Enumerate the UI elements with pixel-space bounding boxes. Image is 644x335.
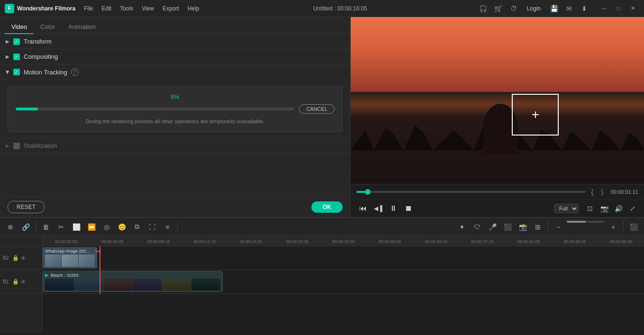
zoom-in-icon[interactable]: + [607,221,620,233]
ruler-mark-3: 00:00:12:15 [181,239,228,245]
menu-help[interactable]: Help [184,3,203,14]
crop-tool-icon[interactable]: ⬜ [70,221,83,233]
track-1-row: ▶ Beach - 31593 [43,270,644,294]
fullscreen-icon[interactable]: ⤢ [627,203,638,214]
frame-back-button[interactable]: ◀▐ [372,202,385,215]
motion-tracking-help-icon[interactable]: ? [71,68,79,76]
maximize-button[interactable]: □ [612,3,625,14]
zoom-out-icon[interactable]: − [552,221,565,233]
zoom-slider-fill [567,221,586,223]
menu-edit[interactable]: Edit [98,3,115,14]
motion-tracking-checkbox[interactable]: ✓ [13,69,20,75]
bracket-left-icon[interactable]: { [590,187,596,197]
skip-back-button[interactable]: ⏮ [356,202,370,215]
frame-3 [79,254,95,267]
progress-container: 8% CANCEL During the rendering process a… [8,86,343,132]
bottom-buttons: RESET OK [0,197,350,217]
transform-section-header[interactable]: ▶ ✓ Transform [0,34,350,49]
tracking-box[interactable]: + [512,94,559,136]
playback-slider-thumb[interactable] [365,189,371,195]
preview-slider-row: { } 00:00:01:11 [351,184,644,199]
headphones-icon[interactable]: 🎧 [478,3,489,14]
timeline-track-labels: B2 🔒 👁 B1 🔒 👁 [0,236,43,333]
filter-tool-icon[interactable]: ⧉ [130,221,144,233]
delete-tool-icon[interactable]: 🗑 [39,221,53,233]
volume-icon[interactable]: 🔊 [613,203,624,214]
track-1-lock-icon[interactable]: 🔒 [12,279,19,285]
tab-color[interactable]: Color [34,20,62,34]
menu-tools[interactable]: Tools [116,3,137,14]
video-frame-4 [133,279,162,290]
pause-button[interactable]: ⏸ [387,202,400,215]
ruler-spacer [0,236,42,246]
add-track-icon[interactable]: ⊕ [4,221,17,233]
fullscreen-tool-icon[interactable]: ⛶ [145,221,159,233]
motion-tracking-section-header[interactable]: ▶ ✓ Motion Tracking ? [0,64,350,80]
tab-animation[interactable]: Animation [62,20,102,34]
subtitle-icon[interactable]: ⬛ [501,221,514,233]
sky-gradient [351,17,644,100]
overlay-tool-icon[interactable]: ◎ [100,221,113,233]
cancel-button[interactable]: CANCEL [299,104,335,114]
login-button[interactable]: Login [523,4,544,13]
menu-file[interactable]: File [80,3,97,14]
ruler-mark-8: 00:00:33:10 [413,239,459,245]
video-frame-3 [104,279,133,290]
bracket-right-icon[interactable]: } [599,187,605,197]
clock-icon[interactable]: ⏱ [508,3,519,14]
video-clip-frames [45,279,220,290]
playback-slider[interactable] [356,191,586,193]
close-button[interactable]: ✕ [626,3,639,14]
image-clip[interactable]: WhatsApp Image 202... [43,247,97,268]
sticker-tool-icon[interactable]: 😊 [115,221,128,233]
effects-icon[interactable]: ✦ [455,221,469,233]
link-icon[interactable]: 🔗 [19,221,32,233]
snapshot-icon[interactable]: 📸 [516,221,529,233]
ruler-mark-4: 00:00:16:20 [227,239,274,245]
menu-view[interactable]: View [138,3,158,14]
cut-tool-icon[interactable]: ✂ [54,221,68,233]
track-2-row: WhatsApp Image 202... [43,246,644,270]
frame-1 [45,254,61,267]
voiceover-icon[interactable]: 🎤 [486,221,499,233]
ok-button[interactable]: OK [311,201,343,213]
adjust-tool-icon[interactable]: ≡ [161,221,174,233]
menu-export[interactable]: Export [159,3,183,14]
tab-video[interactable]: Video [5,20,34,34]
timeline-settings-icon[interactable]: ⬛ [627,221,640,233]
stabilization-checkbox[interactable] [13,143,20,149]
video-clip[interactable]: ▶ Beach - 31593 [43,271,223,292]
playback-time: 00:00:01:11 [611,189,638,195]
stop-button[interactable]: ⏹ [402,202,415,215]
screenshot-icon[interactable]: 📷 [599,203,610,214]
stabilization-label: Stabilization [24,142,57,149]
transform-checkbox[interactable]: ✓ [13,38,20,45]
toolbar-separator-2 [177,222,178,232]
minimize-button[interactable]: ─ [598,3,611,14]
pip-icon[interactable]: ⊞ [531,221,544,233]
track-2-lock-icon[interactable]: 🔒 [12,255,19,261]
cart-icon[interactable]: 🛒 [493,3,504,14]
download-icon[interactable]: ⬇ [579,3,590,14]
image-clip-frames [45,254,95,267]
video-clip-title: Beach - 31593 [51,273,79,278]
image-clip-title: WhatsApp Image 202... [45,249,95,254]
zoom-slider[interactable] [567,221,605,223]
track-1-eye-icon[interactable]: 👁 [21,279,26,285]
mail-icon[interactable]: ✉ [563,3,575,14]
compositing-section-header[interactable]: ▶ ✓ Compositing [0,49,350,64]
app-name: Wondershare Filmora [17,5,75,12]
toolbar-separator-4 [623,221,624,230]
ruler-mark-0: 00:00:00:00 [43,239,89,245]
reset-button[interactable]: RESET [8,201,45,213]
mask-icon[interactable]: 🛡 [471,221,484,233]
stabilization-section-header[interactable]: ▶ Stabilization [0,138,350,154]
save-icon[interactable]: 💾 [548,3,560,14]
track-2-eye-icon[interactable]: 👁 [21,255,26,261]
app-logo-icon: F [5,4,14,13]
ruler-mark-1: 00:00:04:05 [89,239,136,245]
compositing-checkbox[interactable]: ✓ [13,54,20,60]
quality-selector[interactable]: Full 1/2 1/4 [554,204,579,213]
fit-to-screen-icon[interactable]: ⊡ [584,203,596,214]
speed-tool-icon[interactable]: ⏩ [85,221,98,233]
